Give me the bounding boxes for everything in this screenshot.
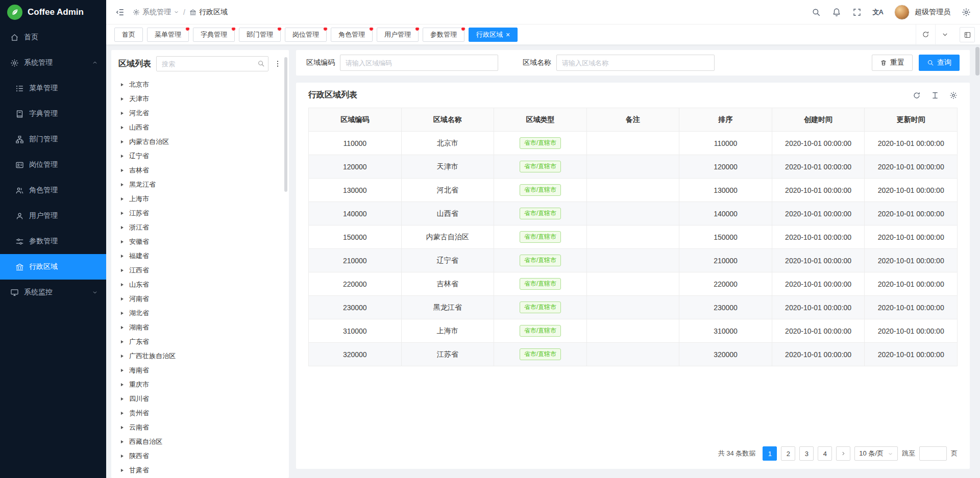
table-row[interactable]: 130000河北省省市/直辖市1300002020-10-01 00:00:00… [309,179,958,202]
translate-icon[interactable]: 文A [873,8,883,17]
search-icon[interactable] [257,60,265,67]
caret-right-icon[interactable] [119,254,125,259]
caret-right-icon[interactable] [119,111,125,116]
caret-right-icon[interactable] [119,96,125,102]
tree-item[interactable]: 湖南省 [118,320,282,335]
caret-right-icon[interactable] [119,82,125,87]
sidebar-item-menu[interactable]: 菜单管理 [0,76,106,101]
tree-item[interactable]: 广东省 [118,335,282,349]
caret-right-icon[interactable] [119,425,125,430]
table-row[interactable]: 150000内蒙古自治区省市/直辖市1500002020-10-01 00:00… [309,225,958,249]
tree-item[interactable]: 重庆市 [118,378,282,392]
tab-item[interactable]: 角色管理 [331,28,373,42]
tree-item[interactable]: 山东省 [118,278,282,292]
bell-icon[interactable] [832,8,841,17]
caret-right-icon[interactable] [119,139,125,144]
tree-item[interactable]: 海南省 [118,363,282,378]
sidebar-item-post[interactable]: 岗位管理 [0,152,106,178]
table-row[interactable]: 210000辽宁省省市/直辖市2100002020-10-01 00:00:00… [309,249,958,272]
scrollbar-thumb[interactable] [975,47,979,76]
tree-item[interactable]: 贵州省 [118,406,282,420]
caret-right-icon[interactable] [119,268,125,273]
sidebar-item-region[interactable]: 行政区域 [0,254,106,280]
tab-item[interactable]: 岗位管理 [285,28,327,42]
tree-item[interactable]: 北京市 [118,78,282,92]
tree-item[interactable]: 辽宁省 [118,149,282,163]
tree-item[interactable]: 内蒙古自治区 [118,135,282,149]
caret-right-icon[interactable] [119,382,125,387]
sidebar-item-home[interactable]: 首页 [0,24,106,50]
caret-right-icon[interactable] [119,311,125,316]
tree-item[interactable]: 黑龙江省 [118,178,282,192]
caret-right-icon[interactable] [119,439,125,444]
tree-item[interactable]: 云南省 [118,420,282,435]
page-size-select[interactable]: 10 条/页 [854,446,898,461]
region-code-input[interactable] [340,55,498,71]
tab-item[interactable]: 参数管理 [423,28,464,42]
tree-item[interactable]: 河北省 [118,106,282,120]
tree-item[interactable]: 四川省 [118,392,282,406]
tree-item[interactable]: 吉林省 [118,163,282,178]
user-name[interactable]: 超级管理员 [915,8,950,17]
settings-gear-icon[interactable] [962,8,971,17]
tree-item[interactable]: 上海市 [118,192,282,206]
caret-right-icon[interactable] [119,211,125,216]
caret-right-icon[interactable] [119,125,125,130]
caret-right-icon[interactable] [119,168,125,173]
close-icon[interactable]: × [506,31,510,38]
caret-right-icon[interactable] [119,468,125,473]
next-page-button[interactable] [836,446,850,461]
caret-right-icon[interactable] [119,296,125,301]
sidebar-item-user[interactable]: 用户管理 [0,203,106,229]
tree-item[interactable]: 甘肃省 [118,463,282,477]
sidebar-item-dept[interactable]: 部门管理 [0,127,106,152]
page-button-3[interactable]: 3 [799,446,814,461]
tree-item[interactable]: 山西省 [118,120,282,135]
search-icon[interactable] [812,8,821,17]
tab-menu-chevron-icon[interactable] [935,24,954,45]
table-row[interactable]: 120000天津市省市/直辖市1200002020-10-01 00:00:00… [309,155,958,179]
table-row[interactable]: 310000上海市省市/直辖市3100002020-10-01 00:00:00… [309,319,958,343]
tab-item[interactable]: 首页 [114,28,143,42]
tree-item[interactable]: 江苏省 [118,206,282,220]
page-button-4[interactable]: 4 [818,446,832,461]
region-name-input[interactable] [556,55,715,71]
caret-right-icon[interactable] [119,339,125,344]
avatar[interactable] [894,5,910,20]
tree-item[interactable]: 天津市 [118,92,282,106]
page-scrollbar[interactable] [975,47,979,476]
page-button-1[interactable]: 1 [763,446,777,461]
caret-right-icon[interactable] [119,239,125,244]
refresh-icon[interactable] [913,91,921,99]
tree-item[interactable]: 福建省 [118,249,282,263]
app-logo[interactable]: Coffee Admin [0,0,106,24]
tree-item[interactable]: 西藏自治区 [118,435,282,449]
collapse-sidebar-icon[interactable] [115,8,125,17]
tree-search-input[interactable] [156,56,268,71]
tree-item[interactable]: 河南省 [118,292,282,306]
page-button-2[interactable]: 2 [781,446,795,461]
column-height-icon[interactable] [931,91,939,99]
tree-item[interactable]: 湖北省 [118,306,282,320]
tree-item[interactable]: 浙江省 [118,220,282,235]
sidebar-item-monitor[interactable]: 系统监控 [0,280,106,305]
table-row[interactable]: 230000黑龙江省省市/直辖市2300002020-10-01 00:00:0… [309,296,958,319]
caret-right-icon[interactable] [119,182,125,187]
caret-right-icon[interactable] [119,282,125,287]
tab-item[interactable]: 菜单管理 [147,28,189,42]
layout-toggle-button[interactable] [960,27,975,42]
breadcrumb-group[interactable]: 系统管理 [133,8,179,17]
sidebar-item-role[interactable]: 角色管理 [0,178,106,203]
tree-item[interactable]: 陕西省 [118,449,282,463]
tab-item[interactable]: 用户管理 [377,28,419,42]
caret-right-icon[interactable] [119,454,125,459]
search-button[interactable]: 查询 [919,55,960,71]
tree-item[interactable]: 广西壮族自治区 [118,349,282,363]
tab-item[interactable]: 部门管理 [239,28,281,42]
tab-item[interactable]: 行政区域× [469,28,518,42]
caret-right-icon[interactable] [119,154,125,159]
tree-item[interactable]: 安徽省 [118,235,282,249]
reset-button[interactable]: 重置 [872,55,913,71]
jump-page-input[interactable] [919,446,947,461]
sidebar-item-system[interactable]: 系统管理 [0,50,106,76]
